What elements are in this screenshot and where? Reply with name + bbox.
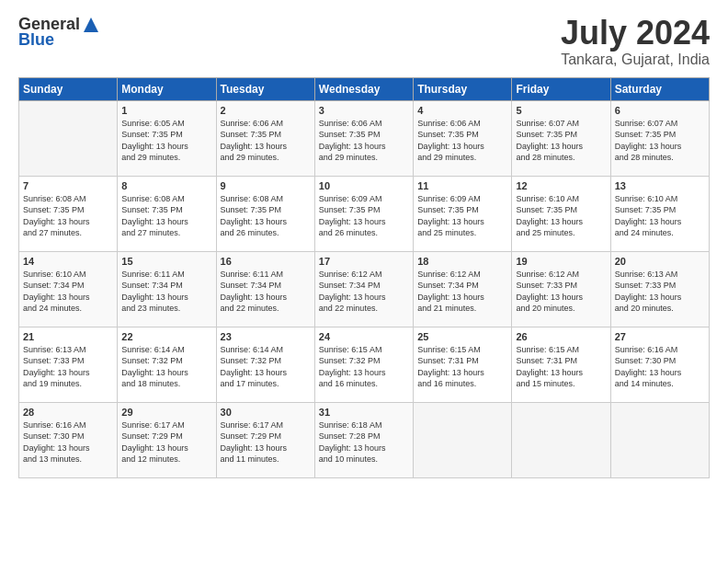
day-number: 18 <box>417 256 507 267</box>
cell-content: Sunrise: 6:06 AM Sunset: 7:35 PM Dayligh… <box>319 118 409 164</box>
calendar-cell: 29Sunrise: 6:17 AM Sunset: 7:29 PM Dayli… <box>118 402 216 477</box>
day-number: 22 <box>121 331 211 342</box>
day-header-friday: Friday <box>512 77 610 100</box>
day-number: 8 <box>121 180 211 191</box>
cell-content: Sunrise: 6:07 AM Sunset: 7:35 PM Dayligh… <box>615 118 705 164</box>
title-block: July 2024 Tankara, Gujarat, India <box>561 15 710 68</box>
calendar-cell: 17Sunrise: 6:12 AM Sunset: 7:34 PM Dayli… <box>314 251 413 327</box>
cell-content: Sunrise: 6:13 AM Sunset: 7:33 PM Dayligh… <box>615 269 705 315</box>
calendar-cell: 28Sunrise: 6:16 AM Sunset: 7:30 PM Dayli… <box>19 402 118 477</box>
calendar-cell: 1Sunrise: 6:05 AM Sunset: 7:35 PM Daylig… <box>118 100 216 176</box>
cell-content: Sunrise: 6:06 AM Sunset: 7:35 PM Dayligh… <box>417 118 507 164</box>
day-number: 28 <box>23 407 113 418</box>
day-number: 6 <box>615 105 705 116</box>
day-number: 4 <box>417 105 507 116</box>
calendar-cell: 15Sunrise: 6:11 AM Sunset: 7:34 PM Dayli… <box>118 251 216 327</box>
calendar-cell: 13Sunrise: 6:10 AM Sunset: 7:35 PM Dayli… <box>610 176 709 251</box>
calendar-cell: 18Sunrise: 6:12 AM Sunset: 7:34 PM Dayli… <box>414 251 512 327</box>
calendar-cell <box>610 402 709 477</box>
calendar-cell: 9Sunrise: 6:08 AM Sunset: 7:35 PM Daylig… <box>216 176 314 251</box>
cell-content: Sunrise: 6:13 AM Sunset: 7:33 PM Dayligh… <box>23 344 113 390</box>
day-number: 11 <box>417 180 507 191</box>
cell-content: Sunrise: 6:08 AM Sunset: 7:35 PM Dayligh… <box>221 193 311 239</box>
day-number: 9 <box>221 180 311 191</box>
calendar-cell: 14Sunrise: 6:10 AM Sunset: 7:34 PM Dayli… <box>19 251 118 327</box>
calendar-cell: 5Sunrise: 6:07 AM Sunset: 7:35 PM Daylig… <box>512 100 610 176</box>
cell-content: Sunrise: 6:14 AM Sunset: 7:32 PM Dayligh… <box>121 344 211 390</box>
day-number: 7 <box>23 180 113 191</box>
cell-content: Sunrise: 6:16 AM Sunset: 7:30 PM Dayligh… <box>615 344 705 390</box>
calendar-table: SundayMondayTuesdayWednesdayThursdayFrid… <box>18 77 710 478</box>
cell-content: Sunrise: 6:14 AM Sunset: 7:32 PM Dayligh… <box>221 344 311 390</box>
day-header-monday: Monday <box>118 77 216 100</box>
day-number: 27 <box>615 331 705 342</box>
calendar-cell: 16Sunrise: 6:11 AM Sunset: 7:34 PM Dayli… <box>216 251 314 327</box>
day-number: 16 <box>221 256 311 267</box>
header: General Blue July 2024 Tankara, Gujarat,… <box>18 15 710 68</box>
calendar-week-4: 21Sunrise: 6:13 AM Sunset: 7:33 PM Dayli… <box>19 327 710 402</box>
cell-content: Sunrise: 6:07 AM Sunset: 7:35 PM Dayligh… <box>516 118 606 164</box>
day-number: 14 <box>23 256 113 267</box>
cell-content: Sunrise: 6:18 AM Sunset: 7:28 PM Dayligh… <box>319 419 409 465</box>
calendar-week-1: 1Sunrise: 6:05 AM Sunset: 7:35 PM Daylig… <box>19 100 710 176</box>
calendar-cell: 7Sunrise: 6:08 AM Sunset: 7:35 PM Daylig… <box>19 176 118 251</box>
svg-marker-0 <box>84 17 98 32</box>
cell-content: Sunrise: 6:12 AM Sunset: 7:34 PM Dayligh… <box>319 269 409 315</box>
cell-content: Sunrise: 6:10 AM Sunset: 7:35 PM Dayligh… <box>615 193 705 239</box>
calendar-cell: 8Sunrise: 6:08 AM Sunset: 7:35 PM Daylig… <box>118 176 216 251</box>
calendar-cell: 2Sunrise: 6:06 AM Sunset: 7:35 PM Daylig… <box>216 100 314 176</box>
location-title: Tankara, Gujarat, India <box>561 52 710 68</box>
day-number: 5 <box>516 105 606 116</box>
day-number: 26 <box>516 331 606 342</box>
month-title: July 2024 <box>561 15 710 52</box>
day-number: 23 <box>221 331 311 342</box>
calendar-cell: 31Sunrise: 6:18 AM Sunset: 7:28 PM Dayli… <box>314 402 413 477</box>
day-header-thursday: Thursday <box>414 77 512 100</box>
day-header-tuesday: Tuesday <box>216 77 314 100</box>
calendar-cell: 25Sunrise: 6:15 AM Sunset: 7:31 PM Dayli… <box>414 327 512 402</box>
cell-content: Sunrise: 6:16 AM Sunset: 7:30 PM Dayligh… <box>23 419 113 465</box>
calendar-cell: 12Sunrise: 6:10 AM Sunset: 7:35 PM Dayli… <box>512 176 610 251</box>
logo-blue: Blue <box>18 30 54 50</box>
calendar-cell <box>19 100 118 176</box>
day-number: 24 <box>319 331 409 342</box>
calendar-header-row: SundayMondayTuesdayWednesdayThursdayFrid… <box>19 77 710 100</box>
calendar-cell: 23Sunrise: 6:14 AM Sunset: 7:32 PM Dayli… <box>216 327 314 402</box>
calendar-cell: 20Sunrise: 6:13 AM Sunset: 7:33 PM Dayli… <box>610 251 709 327</box>
cell-content: Sunrise: 6:10 AM Sunset: 7:34 PM Dayligh… <box>23 269 113 315</box>
day-header-saturday: Saturday <box>610 77 709 100</box>
cell-content: Sunrise: 6:08 AM Sunset: 7:35 PM Dayligh… <box>23 193 113 239</box>
day-number: 30 <box>221 407 311 418</box>
calendar-cell: 22Sunrise: 6:14 AM Sunset: 7:32 PM Dayli… <box>118 327 216 402</box>
logo: General Blue <box>18 15 100 50</box>
calendar-cell: 6Sunrise: 6:07 AM Sunset: 7:35 PM Daylig… <box>610 100 709 176</box>
calendar-cell: 11Sunrise: 6:09 AM Sunset: 7:35 PM Dayli… <box>414 176 512 251</box>
cell-content: Sunrise: 6:06 AM Sunset: 7:35 PM Dayligh… <box>221 118 311 164</box>
day-number: 2 <box>221 105 311 116</box>
calendar-cell: 27Sunrise: 6:16 AM Sunset: 7:30 PM Dayli… <box>610 327 709 402</box>
day-number: 19 <box>516 256 606 267</box>
cell-content: Sunrise: 6:08 AM Sunset: 7:35 PM Dayligh… <box>121 193 211 239</box>
calendar-body: 1Sunrise: 6:05 AM Sunset: 7:35 PM Daylig… <box>19 100 710 477</box>
cell-content: Sunrise: 6:05 AM Sunset: 7:35 PM Dayligh… <box>121 118 211 164</box>
day-number: 3 <box>319 105 409 116</box>
day-number: 15 <box>121 256 211 267</box>
cell-content: Sunrise: 6:15 AM Sunset: 7:31 PM Dayligh… <box>417 344 507 390</box>
cell-content: Sunrise: 6:17 AM Sunset: 7:29 PM Dayligh… <box>121 419 211 465</box>
calendar-week-5: 28Sunrise: 6:16 AM Sunset: 7:30 PM Dayli… <box>19 402 710 477</box>
calendar-cell: 24Sunrise: 6:15 AM Sunset: 7:32 PM Dayli… <box>314 327 413 402</box>
cell-content: Sunrise: 6:11 AM Sunset: 7:34 PM Dayligh… <box>221 269 311 315</box>
day-number: 13 <box>615 180 705 191</box>
day-number: 1 <box>121 105 211 116</box>
day-number: 21 <box>23 331 113 342</box>
cell-content: Sunrise: 6:10 AM Sunset: 7:35 PM Dayligh… <box>516 193 606 239</box>
day-number: 29 <box>121 407 211 418</box>
cell-content: Sunrise: 6:09 AM Sunset: 7:35 PM Dayligh… <box>319 193 409 239</box>
cell-content: Sunrise: 6:15 AM Sunset: 7:31 PM Dayligh… <box>516 344 606 390</box>
calendar-cell: 10Sunrise: 6:09 AM Sunset: 7:35 PM Dayli… <box>314 176 413 251</box>
day-header-wednesday: Wednesday <box>314 77 413 100</box>
cell-content: Sunrise: 6:15 AM Sunset: 7:32 PM Dayligh… <box>319 344 409 390</box>
calendar-cell <box>414 402 512 477</box>
day-header-sunday: Sunday <box>19 77 118 100</box>
calendar-cell: 26Sunrise: 6:15 AM Sunset: 7:31 PM Dayli… <box>512 327 610 402</box>
